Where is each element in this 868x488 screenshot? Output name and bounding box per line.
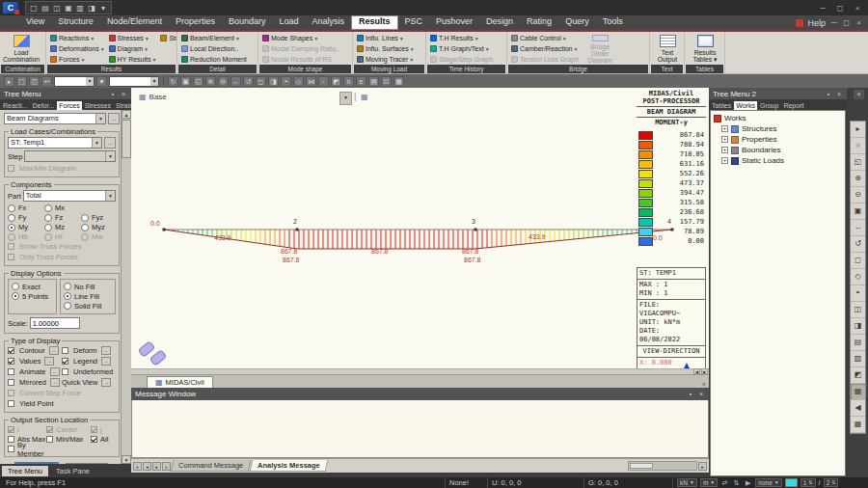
menu-properties[interactable]: Properties <box>169 15 222 28</box>
radio-5-points[interactable]: 5 Points <box>12 292 54 301</box>
close-icon[interactable]: × <box>835 91 843 97</box>
qat-dropdown-icon[interactable]: ▾ <box>98 3 108 14</box>
zoom-in-icon[interactable]: ⊕ <box>205 76 216 87</box>
tab-report[interactable]: Report <box>781 101 805 110</box>
close-icon[interactable]: × <box>697 391 705 397</box>
minimize-ribbon-icon[interactable]: ─ <box>829 18 838 27</box>
ribbon-button-results-tables[interactable]: Results Tables ▾ <box>687 33 723 64</box>
ribbon-button-influ-surfaces[interactable]: Influ. Surfaces▼ <box>355 43 417 54</box>
node-number-icon[interactable]: n <box>343 76 354 87</box>
restore-doc-icon[interactable]: ◻ <box>842 18 851 27</box>
open-icon[interactable]: ▤ <box>41 3 50 14</box>
left-panel-scrollbar[interactable]: ▲ ▼ <box>121 110 131 464</box>
expand-icon[interactable]: + <box>721 136 728 143</box>
tree-item-boundaries[interactable]: +Boundaries <box>714 145 845 155</box>
bottom-tab-task-pane[interactable]: Task Pane <box>50 466 95 476</box>
radio-exact[interactable]: Exact <box>12 283 54 291</box>
ribbon-button-hy-results[interactable]: HY Results▼ <box>107 54 159 64</box>
message-window-body[interactable] <box>131 400 709 458</box>
grid-icon[interactable]: ▦ <box>851 417 865 433</box>
radio-solid-fill[interactable]: Solid Fill <box>64 302 113 311</box>
filter-icon[interactable]: ▼ <box>96 76 107 87</box>
length-unit-select[interactable]: m▼ <box>700 478 718 487</box>
top-view-icon[interactable]: ◓ <box>281 76 291 87</box>
tab-group[interactable]: Group <box>758 101 780 110</box>
print-icon[interactable]: ▥ <box>75 3 85 14</box>
minimize-button[interactable]: ─ <box>818 4 827 13</box>
more-options-button[interactable]: .. <box>50 367 60 376</box>
tree-item-structures[interactable]: +Structures <box>714 123 845 134</box>
ribbon-button-cable-control[interactable]: Cable Control▼ <box>509 33 581 43</box>
zoom-fit-icon[interactable]: ▣ <box>180 76 191 87</box>
ribbon-button-reactions[interactable]: Reactions▼ <box>48 33 107 43</box>
named-view-combo[interactable] <box>54 76 95 87</box>
iso-view-icon[interactable]: ◇ <box>293 76 304 87</box>
checkbox-quick-view[interactable]: Quick View.. <box>62 378 116 387</box>
pointer-icon[interactable]: ▸ <box>851 122 865 138</box>
checkbox-yield-point[interactable]: Yield Point <box>8 399 116 408</box>
first-tab-icon[interactable]: « <box>133 462 142 471</box>
radio-fy[interactable]: Fy <box>8 213 44 222</box>
zoom-in-icon[interactable]: ⊕ <box>851 171 865 187</box>
last-tab-icon[interactable]: » <box>162 462 171 471</box>
checkbox-by-member[interactable]: By Member <box>8 445 46 453</box>
select-single-icon[interactable]: ▸ <box>4 76 14 87</box>
pan-icon[interactable]: ↔ <box>231 76 241 87</box>
scroll-right-icon[interactable]: ▸ <box>698 462 707 471</box>
hidden-icon[interactable]: ◩ <box>331 76 341 87</box>
close-icon[interactable]: × <box>854 90 864 99</box>
menu-analysis[interactable]: Analysis <box>306 15 352 28</box>
radio-myz[interactable]: Myz <box>81 223 105 231</box>
pan-icon[interactable]: ↔ <box>851 220 865 236</box>
checkbox-all[interactable]: All <box>91 435 108 444</box>
ribbon-button-t-h-graph-text[interactable]: T.H Graph/Text▼ <box>428 43 495 54</box>
scroll-up-icon[interactable]: ▲ <box>122 110 131 119</box>
close-doc-icon[interactable]: × <box>854 18 863 27</box>
zoom-window-icon[interactable]: ◱ <box>193 76 203 87</box>
top-view-icon[interactable]: ◓ <box>851 285 865 302</box>
redraw-icon[interactable]: ↻ <box>168 76 178 87</box>
angle-mode-select[interactable]: none▼ <box>755 478 781 487</box>
tree-item-static-loads[interactable]: +Static Loads <box>714 155 845 166</box>
display-option-icon[interactable]: ▤ <box>368 76 379 87</box>
ribbon-button-influ-lines[interactable]: Influ. Lines▼ <box>355 33 417 43</box>
checkbox-mirrored[interactable]: Mirrored.. <box>8 378 62 387</box>
front-view-icon[interactable]: ◻ <box>256 76 266 87</box>
ribbon-button-load-combination[interactable]: Load Combination <box>2 33 41 64</box>
scroll-down-icon[interactable]: ▼ <box>122 455 131 464</box>
more-options-button[interactable]: .. <box>44 357 54 366</box>
ribbon-button-diagram[interactable]: Diagram▼ <box>107 43 159 54</box>
radio-line-fill[interactable]: Line Fill <box>64 292 113 301</box>
iso-view-icon[interactable]: ◇ <box>851 269 865 285</box>
close-icon[interactable]: × <box>120 91 127 97</box>
ribbon-button-t-h-results[interactable]: T.H Results▼ <box>428 33 495 43</box>
front-view-icon[interactable]: ◻ <box>851 253 865 269</box>
tab-forces[interactable]: Forces <box>57 101 81 110</box>
checkbox-undeformed[interactable]: Undeformed <box>62 367 116 376</box>
ribbon-button-moving-tracer[interactable]: Moving Tracer▼ <box>355 54 417 64</box>
shrink-icon[interactable]: ▫ <box>318 76 329 87</box>
expand-icon[interactable]: + <box>721 157 728 164</box>
tab-stresses[interactable]: Stresses <box>83 101 113 110</box>
right-view-icon[interactable]: ◨ <box>268 76 279 87</box>
spin-2[interactable]: 2⇅ <box>824 478 839 487</box>
ribbon-button-reduction-moment[interactable]: Reduction Moment <box>179 54 249 64</box>
help-label[interactable]: Help <box>807 18 826 28</box>
close-button[interactable]: × <box>853 4 862 13</box>
previous-view-icon[interactable]: ◀ <box>851 400 865 417</box>
ribbon-button-forces[interactable]: Forces▼ <box>48 54 107 64</box>
tab-tables[interactable]: Tables <box>710 101 733 110</box>
menu-view[interactable]: View <box>19 15 51 28</box>
menu-pushover[interactable]: Pushover <box>429 15 479 28</box>
menu-psc[interactable]: PSC <box>398 15 430 28</box>
menu-load[interactable]: Load <box>272 15 305 28</box>
message-tabs-scrollbar[interactable] <box>628 461 697 471</box>
diagram-type-more-button[interactable]: ... <box>108 113 120 124</box>
ribbon-button-camber-reaction[interactable]: Camber/Reaction▼ <box>509 43 581 54</box>
checkbox-legend[interactable]: Legend.. <box>62 357 116 366</box>
close-button[interactable]: Close <box>66 463 108 464</box>
rotate-icon[interactable]: ↺ <box>851 236 865 253</box>
checkbox-animate[interactable]: Animate.. <box>8 367 62 376</box>
select-intersect-icon[interactable]: ◫ <box>29 76 40 87</box>
radio-no-fill[interactable]: No Fill <box>64 283 113 291</box>
